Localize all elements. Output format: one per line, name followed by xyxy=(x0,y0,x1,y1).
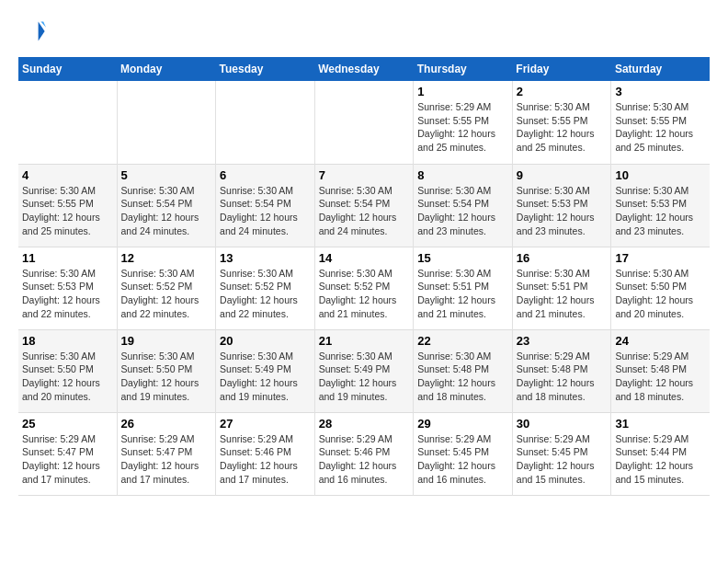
weekday-header-sunday: Sunday xyxy=(18,57,117,81)
day-info: Sunrise: 5:30 AM Sunset: 5:53 PM Dayligh… xyxy=(22,267,113,321)
day-info: Sunrise: 5:29 AM Sunset: 5:55 PM Dayligh… xyxy=(417,100,508,155)
day-number: 19 xyxy=(121,334,212,348)
calendar-cell: 14Sunrise: 5:30 AM Sunset: 5:52 PM Dayli… xyxy=(314,247,414,329)
weekday-header-saturday: Saturday xyxy=(611,57,710,81)
calendar-cell: 3Sunrise: 5:30 AM Sunset: 5:55 PM Daylig… xyxy=(611,81,710,164)
calendar-cell: 2Sunrise: 5:30 AM Sunset: 5:55 PM Daylig… xyxy=(512,81,611,164)
day-info: Sunrise: 5:30 AM Sunset: 5:50 PM Dayligh… xyxy=(22,350,113,404)
day-number: 5 xyxy=(121,168,212,182)
day-info: Sunrise: 5:29 AM Sunset: 5:46 PM Dayligh… xyxy=(319,432,410,487)
calendar-header: SundayMondayTuesdayWednesdayThursdayFrid… xyxy=(18,57,710,81)
day-number: 21 xyxy=(319,334,410,348)
day-number: 17 xyxy=(615,251,706,265)
day-info: Sunrise: 5:29 AM Sunset: 5:47 PM Dayligh… xyxy=(22,432,113,487)
day-number: 24 xyxy=(615,334,706,348)
day-number: 1 xyxy=(417,85,508,98)
calendar-cell: 29Sunrise: 5:29 AM Sunset: 5:45 PM Dayli… xyxy=(414,412,513,495)
calendar-cell: 15Sunrise: 5:30 AM Sunset: 5:51 PM Dayli… xyxy=(414,247,513,329)
day-number: 3 xyxy=(615,85,706,98)
day-number: 16 xyxy=(517,251,608,265)
calendar-week-5: 25Sunrise: 5:29 AM Sunset: 5:47 PM Dayli… xyxy=(18,412,710,495)
calendar-cell: 28Sunrise: 5:29 AM Sunset: 5:46 PM Dayli… xyxy=(314,412,414,495)
day-number: 25 xyxy=(22,417,113,431)
calendar-cell: 10Sunrise: 5:30 AM Sunset: 5:53 PM Dayli… xyxy=(611,164,710,247)
calendar-week-4: 18Sunrise: 5:30 AM Sunset: 5:50 PM Dayli… xyxy=(18,329,710,412)
day-number: 11 xyxy=(22,251,113,265)
calendar-week-1: 1Sunrise: 5:29 AM Sunset: 5:55 PM Daylig… xyxy=(18,81,710,164)
calendar-cell: 5Sunrise: 5:30 AM Sunset: 5:54 PM Daylig… xyxy=(117,164,216,247)
calendar-cell: 1Sunrise: 5:29 AM Sunset: 5:55 PM Daylig… xyxy=(414,81,513,164)
calendar-cell: 30Sunrise: 5:29 AM Sunset: 5:45 PM Dayli… xyxy=(512,412,611,495)
day-info: Sunrise: 5:29 AM Sunset: 5:48 PM Dayligh… xyxy=(615,350,706,404)
day-number: 26 xyxy=(121,417,212,431)
calendar-cell: 25Sunrise: 5:29 AM Sunset: 5:47 PM Dayli… xyxy=(18,412,117,495)
svg-marker-1 xyxy=(40,22,46,28)
day-info: Sunrise: 5:30 AM Sunset: 5:55 PM Dayligh… xyxy=(615,100,706,155)
calendar-cell: 20Sunrise: 5:30 AM Sunset: 5:49 PM Dayli… xyxy=(216,329,315,412)
day-info: Sunrise: 5:30 AM Sunset: 5:51 PM Dayligh… xyxy=(417,267,508,321)
weekday-header-tuesday: Tuesday xyxy=(216,57,315,81)
calendar-cell xyxy=(216,81,315,164)
day-number: 29 xyxy=(417,417,508,431)
calendar-cell: 17Sunrise: 5:30 AM Sunset: 5:50 PM Dayli… xyxy=(611,247,710,329)
day-number: 28 xyxy=(319,417,410,431)
day-number: 12 xyxy=(121,251,212,265)
weekday-header-monday: Monday xyxy=(117,57,216,81)
day-info: Sunrise: 5:29 AM Sunset: 5:45 PM Dayligh… xyxy=(517,432,608,487)
calendar-cell xyxy=(117,81,216,164)
calendar-cell: 18Sunrise: 5:30 AM Sunset: 5:50 PM Dayli… xyxy=(18,329,117,412)
day-info: Sunrise: 5:30 AM Sunset: 5:55 PM Dayligh… xyxy=(517,100,608,155)
calendar-cell: 24Sunrise: 5:29 AM Sunset: 5:48 PM Dayli… xyxy=(611,329,710,412)
calendar-cell: 26Sunrise: 5:29 AM Sunset: 5:47 PM Dayli… xyxy=(117,412,216,495)
calendar-cell: 11Sunrise: 5:30 AM Sunset: 5:53 PM Dayli… xyxy=(18,247,117,329)
calendar-cell: 8Sunrise: 5:30 AM Sunset: 5:54 PM Daylig… xyxy=(414,164,513,247)
weekday-header-friday: Friday xyxy=(512,57,611,81)
page-header xyxy=(18,18,710,48)
day-info: Sunrise: 5:29 AM Sunset: 5:46 PM Dayligh… xyxy=(220,432,311,487)
day-number: 22 xyxy=(417,334,508,348)
day-number: 10 xyxy=(615,168,706,182)
day-info: Sunrise: 5:30 AM Sunset: 5:54 PM Dayligh… xyxy=(220,184,311,238)
calendar-cell: 31Sunrise: 5:29 AM Sunset: 5:44 PM Dayli… xyxy=(611,412,710,495)
day-info: Sunrise: 5:29 AM Sunset: 5:44 PM Dayligh… xyxy=(615,432,706,487)
calendar-table: SundayMondayTuesdayWednesdayThursdayFrid… xyxy=(18,57,710,496)
day-number: 2 xyxy=(517,85,608,98)
day-info: Sunrise: 5:29 AM Sunset: 5:47 PM Dayligh… xyxy=(121,432,212,487)
day-info: Sunrise: 5:30 AM Sunset: 5:52 PM Dayligh… xyxy=(319,267,410,321)
calendar-cell: 7Sunrise: 5:30 AM Sunset: 5:54 PM Daylig… xyxy=(314,164,414,247)
calendar-cell: 23Sunrise: 5:29 AM Sunset: 5:48 PM Dayli… xyxy=(512,329,611,412)
day-info: Sunrise: 5:30 AM Sunset: 5:49 PM Dayligh… xyxy=(319,350,410,404)
calendar-cell: 27Sunrise: 5:29 AM Sunset: 5:46 PM Dayli… xyxy=(216,412,315,495)
day-number: 13 xyxy=(220,251,311,265)
day-number: 30 xyxy=(517,417,608,431)
day-number: 31 xyxy=(615,417,706,431)
calendar-cell: 22Sunrise: 5:30 AM Sunset: 5:48 PM Dayli… xyxy=(414,329,513,412)
calendar-cell: 13Sunrise: 5:30 AM Sunset: 5:52 PM Dayli… xyxy=(216,247,315,329)
day-number: 23 xyxy=(517,334,608,348)
day-info: Sunrise: 5:30 AM Sunset: 5:52 PM Dayligh… xyxy=(121,267,212,321)
weekday-header-thursday: Thursday xyxy=(414,57,513,81)
weekday-row: SundayMondayTuesdayWednesdayThursdayFrid… xyxy=(18,57,710,81)
calendar-cell xyxy=(314,81,414,164)
calendar-body: 1Sunrise: 5:29 AM Sunset: 5:55 PM Daylig… xyxy=(18,81,710,495)
day-number: 9 xyxy=(517,168,608,182)
day-number: 14 xyxy=(319,251,410,265)
day-number: 4 xyxy=(22,168,113,182)
day-number: 27 xyxy=(220,417,311,431)
day-info: Sunrise: 5:30 AM Sunset: 5:53 PM Dayligh… xyxy=(517,184,608,238)
calendar-cell: 21Sunrise: 5:30 AM Sunset: 5:49 PM Dayli… xyxy=(314,329,414,412)
day-info: Sunrise: 5:30 AM Sunset: 5:52 PM Dayligh… xyxy=(220,267,311,321)
day-number: 6 xyxy=(220,168,311,182)
logo xyxy=(18,18,46,48)
calendar-cell: 4Sunrise: 5:30 AM Sunset: 5:55 PM Daylig… xyxy=(18,164,117,247)
day-info: Sunrise: 5:30 AM Sunset: 5:54 PM Dayligh… xyxy=(417,184,508,238)
calendar-cell: 6Sunrise: 5:30 AM Sunset: 5:54 PM Daylig… xyxy=(216,164,315,247)
calendar-cell: 9Sunrise: 5:30 AM Sunset: 5:53 PM Daylig… xyxy=(512,164,611,247)
day-info: Sunrise: 5:30 AM Sunset: 5:55 PM Dayligh… xyxy=(22,184,113,238)
calendar-cell: 19Sunrise: 5:30 AM Sunset: 5:50 PM Dayli… xyxy=(117,329,216,412)
day-info: Sunrise: 5:30 AM Sunset: 5:48 PM Dayligh… xyxy=(417,350,508,404)
day-info: Sunrise: 5:30 AM Sunset: 5:53 PM Dayligh… xyxy=(615,184,706,238)
calendar-cell: 12Sunrise: 5:30 AM Sunset: 5:52 PM Dayli… xyxy=(117,247,216,329)
day-number: 20 xyxy=(220,334,311,348)
day-info: Sunrise: 5:30 AM Sunset: 5:54 PM Dayligh… xyxy=(121,184,212,238)
